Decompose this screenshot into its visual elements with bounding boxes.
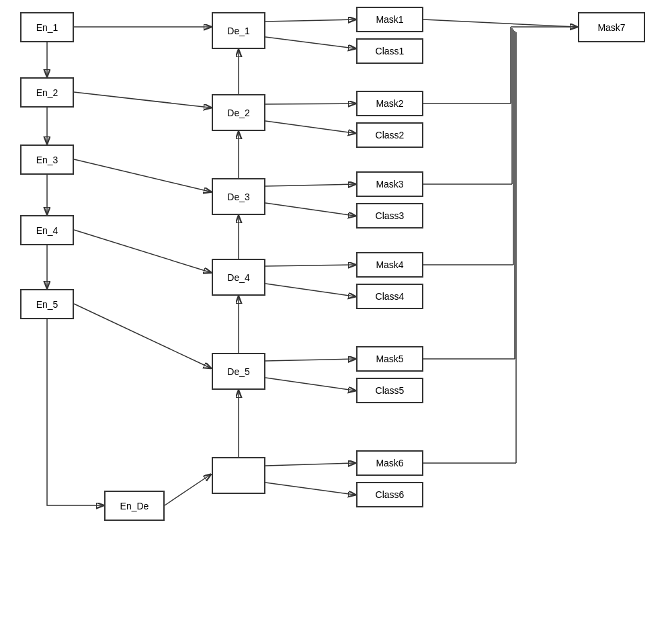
en4-box: En_4 (20, 215, 74, 245)
mask5-box: Mask5 (356, 346, 423, 372)
svg-line-7 (74, 230, 210, 272)
de2-box: De_2 (212, 94, 265, 131)
en1-box: En_1 (20, 12, 74, 42)
mask1-box: Mask1 (356, 7, 423, 32)
mask6-box: Mask6 (356, 450, 423, 476)
svg-line-6 (74, 159, 210, 192)
svg-line-17 (265, 104, 354, 104)
svg-line-21 (265, 265, 354, 266)
svg-line-24 (265, 378, 354, 390)
en5-box: En_5 (20, 289, 74, 319)
mask3-box: Mask3 (356, 171, 423, 197)
de3-box: De_3 (212, 178, 265, 215)
class2-box: Class2 (356, 122, 423, 148)
svg-line-8 (74, 304, 210, 368)
mask2-box: Mask2 (356, 91, 423, 116)
de5-box: De_5 (212, 353, 265, 390)
mask7-box: Mask7 (578, 12, 645, 42)
svg-line-22 (265, 284, 354, 296)
svg-line-20 (265, 203, 354, 216)
class5-box: Class5 (356, 378, 423, 403)
svg-line-23 (265, 359, 354, 361)
ende-box: En_De (104, 491, 165, 521)
de6-box (212, 457, 265, 494)
arrows-svg (0, 0, 672, 621)
de4-box: De_4 (212, 259, 265, 296)
class6-box: Class6 (356, 482, 423, 507)
en3-box: En_3 (20, 144, 74, 175)
svg-line-16 (265, 37, 354, 48)
class3-box: Class3 (356, 203, 423, 229)
de1-box: De_1 (212, 12, 265, 49)
svg-line-25 (265, 463, 354, 466)
diagram: En_1 En_2 En_3 En_4 En_5 En_De De_1 De_2… (0, 0, 672, 621)
class1-box: Class1 (356, 38, 423, 64)
svg-line-9 (165, 475, 210, 505)
class4-box: Class4 (356, 284, 423, 309)
svg-line-26 (265, 483, 354, 495)
en2-box: En_2 (20, 77, 74, 108)
svg-line-19 (265, 184, 354, 186)
svg-line-5 (74, 92, 210, 108)
svg-line-27 (423, 19, 576, 27)
mask4-box: Mask4 (356, 252, 423, 278)
svg-line-18 (265, 121, 354, 133)
svg-line-15 (265, 19, 354, 22)
